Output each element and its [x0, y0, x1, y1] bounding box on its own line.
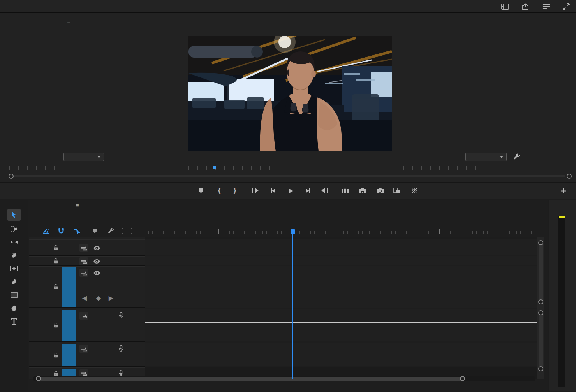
previous-keyframe-icon[interactable]: ◀	[80, 294, 89, 302]
track-v2-content[interactable]	[145, 256, 537, 265]
vertical-scrollbar[interactable]	[537, 237, 544, 379]
playback-quality-dropdown[interactable]	[465, 153, 507, 161]
timeline-settings-button[interactable]	[106, 227, 116, 235]
toggle-track-output-icon[interactable]	[92, 257, 101, 265]
track-header-v2[interactable]	[29, 256, 145, 266]
hscroll-handle-right[interactable]	[460, 376, 465, 381]
add-keyframe-icon[interactable]: ◆	[94, 294, 103, 302]
source-patch-a2[interactable]	[62, 344, 76, 366]
lock-icon[interactable]	[53, 371, 59, 376]
program-zoom-bar[interactable]	[14, 175, 565, 177]
voiceover-record-icon[interactable]	[117, 311, 125, 319]
audio-meters-panel	[549, 200, 576, 391]
track-header-a1[interactable]	[29, 309, 145, 342]
track-v1-content[interactable]	[145, 266, 537, 308]
captions-button[interactable]	[122, 228, 132, 234]
comparison-view-button[interactable]	[392, 186, 402, 196]
add-marker-button[interactable]	[196, 186, 206, 196]
fullscreen-icon[interactable]	[563, 2, 571, 11]
panel-menu-icon[interactable]: ≡	[67, 20, 70, 26]
source-patch-a1[interactable]	[62, 310, 76, 341]
mute-button[interactable]	[91, 345, 100, 353]
linked-selection-toggle[interactable]	[72, 227, 82, 235]
program-mini-timeline[interactable]	[9, 165, 570, 171]
track-header-v3[interactable]	[29, 239, 145, 256]
solo-button[interactable]	[104, 345, 113, 353]
source-patch-v1[interactable]	[62, 267, 76, 307]
export-frame-button[interactable]	[375, 186, 385, 196]
tools-panel	[4, 204, 24, 332]
lock-icon[interactable]	[53, 245, 59, 251]
zoom-handle-right[interactable]	[567, 174, 572, 179]
panel-menu-icon[interactable]: ≡	[76, 202, 79, 208]
track-select-forward-tool[interactable]	[7, 223, 21, 235]
fit-dropdown[interactable]	[63, 153, 104, 161]
selection-tool[interactable]	[7, 209, 21, 221]
volume-rubber-band[interactable]	[145, 322, 537, 323]
hand-tool[interactable]	[7, 302, 21, 314]
pen-tool[interactable]	[7, 276, 21, 288]
snap-toggle[interactable]	[56, 227, 66, 235]
hscroll-handle-left[interactable]	[36, 376, 41, 381]
playhead-handle[interactable]	[291, 229, 295, 234]
add-button[interactable]	[558, 186, 568, 196]
next-keyframe-icon[interactable]: ▶	[107, 294, 115, 302]
step-forward-button[interactable]	[303, 186, 313, 196]
razor-tool[interactable]	[7, 250, 21, 261]
workspace-icon[interactable]	[501, 2, 510, 11]
monitor-settings-icon[interactable]	[513, 153, 520, 160]
add-marker-button[interactable]	[90, 227, 99, 235]
sync-lock-icon[interactable]	[79, 257, 88, 265]
program-playhead[interactable]	[213, 166, 216, 169]
sync-lock-icon[interactable]	[79, 345, 88, 353]
playhead-line[interactable]	[292, 229, 293, 379]
meter-peak-left	[559, 216, 562, 218]
lock-icon[interactable]	[53, 258, 59, 264]
transport-controls: { }	[0, 182, 576, 199]
ripple-edit-tool[interactable]	[7, 236, 21, 248]
go-to-out-button[interactable]	[320, 186, 330, 196]
toggle-track-output-icon[interactable]	[92, 269, 101, 277]
type-tool[interactable]	[7, 316, 21, 327]
extract-button[interactable]	[358, 186, 368, 196]
vscroll-handle[interactable]	[538, 299, 543, 304]
track-header-a2[interactable]	[29, 343, 145, 367]
track-a1-content[interactable]	[145, 309, 537, 341]
track-v3-content[interactable]	[145, 239, 537, 255]
sync-lock-icon[interactable]	[79, 312, 88, 320]
lock-icon[interactable]	[53, 352, 59, 358]
play-button[interactable]	[285, 186, 296, 196]
go-to-in-button[interactable]	[250, 186, 261, 196]
title-bar	[0, 0, 576, 13]
premiere-window: ≡	[0, 0, 576, 392]
nest-sequences-toggle[interactable]	[41, 227, 51, 235]
sync-lock-icon[interactable]	[79, 244, 88, 252]
time-ruler[interactable]	[145, 219, 537, 234]
vscroll-handle[interactable]	[538, 366, 543, 371]
step-back-button[interactable]	[268, 186, 278, 196]
program-monitor-panel: ≡	[0, 13, 576, 199]
zoom-handle-left[interactable]	[9, 174, 14, 179]
horizontal-scrollbar[interactable]	[38, 377, 463, 381]
track-header-v1[interactable]: ◀ ◆ ▶	[29, 266, 145, 308]
export-icon[interactable]	[522, 2, 530, 11]
lift-button[interactable]	[340, 186, 350, 196]
mark-in-button[interactable]: {	[214, 186, 224, 196]
lock-icon[interactable]	[53, 322, 59, 328]
track-a2-content[interactable]	[145, 343, 537, 366]
solo-button[interactable]	[104, 312, 113, 320]
voiceover-record-icon[interactable]	[117, 345, 125, 352]
voiceover-record-icon[interactable]	[117, 369, 125, 377]
vscroll-handle[interactable]	[538, 310, 543, 315]
chevron-down-icon	[500, 156, 503, 158]
mark-out-button[interactable]: }	[230, 186, 240, 196]
toggle-track-output-icon[interactable]	[92, 244, 101, 252]
rectangle-tool[interactable]	[7, 289, 21, 301]
sync-lock-icon[interactable]	[79, 269, 88, 277]
lock-icon[interactable]	[53, 284, 59, 290]
slip-tool[interactable]	[7, 263, 21, 274]
global-fx-mute-button[interactable]	[409, 186, 419, 196]
quick-export-icon[interactable]	[542, 2, 551, 11]
mute-button[interactable]	[91, 312, 100, 320]
vscroll-handle[interactable]	[538, 240, 543, 245]
